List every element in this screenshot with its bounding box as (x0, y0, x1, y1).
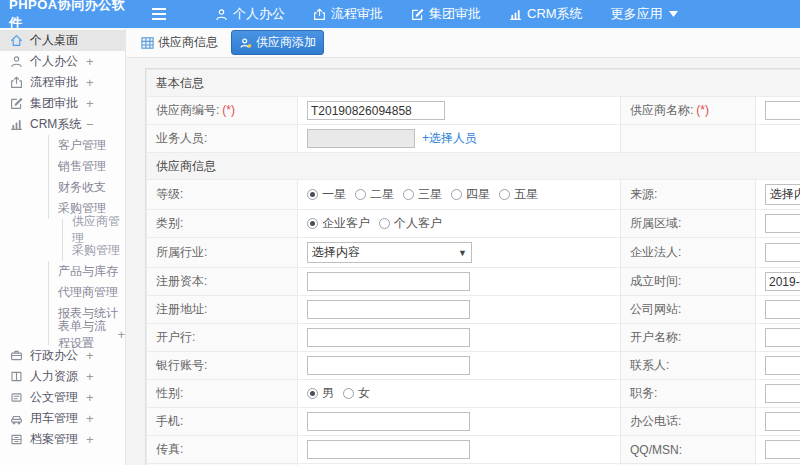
bar-chart-icon (10, 118, 23, 131)
registered-address-input[interactable] (307, 300, 470, 319)
sidebar-item-4[interactable]: CRM系统− (0, 114, 125, 135)
chevron-down-icon: ▼ (458, 248, 467, 258)
form-row: 供应商编号:(*)供应商名称:(*) (147, 97, 800, 125)
expand-toggle[interactable]: + (86, 432, 94, 447)
source-select[interactable]: 选择内容▼ (765, 184, 800, 205)
sidebar-item-19[interactable]: 档案管理+ (0, 429, 125, 450)
field-cell (756, 436, 800, 464)
field-cell (756, 238, 800, 268)
sidebar-item-1[interactable]: 个人办公+ (0, 51, 125, 72)
section-header-row: 供应商信息 (147, 153, 800, 180)
briefcase-icon (10, 349, 23, 362)
sidebar-item-0[interactable]: 个人桌面 (0, 30, 125, 51)
expand-toggle[interactable]: − (86, 117, 94, 132)
field-cell (298, 97, 621, 125)
gender-radio-0[interactable]: 男 (307, 385, 334, 402)
expand-toggle[interactable]: + (86, 369, 94, 384)
bank-account-input[interactable] (307, 356, 470, 375)
choose-person-link[interactable]: +选择人员 (422, 131, 477, 145)
sidebar-item-label: 档案管理 (30, 431, 78, 448)
form-row: 开户行:开户名称: (147, 324, 800, 352)
registered-capital-input[interactable] (307, 272, 470, 291)
category-radio-0[interactable]: 企业客户 (307, 215, 370, 232)
sidebar-item-label: 个人办公 (30, 53, 78, 70)
sidebar-item-10[interactable]: 采购管理 (62, 240, 125, 261)
expand-toggle[interactable]: + (86, 75, 94, 90)
topnav-item-2[interactable]: 集团审批 (411, 5, 481, 23)
category-radio-1[interactable]: 个人客户 (379, 215, 442, 232)
sidebar-item-label: 流程审批 (30, 74, 78, 91)
expand-toggle[interactable]: + (86, 96, 94, 111)
sidebar-item-11[interactable]: 产品与库存+ (48, 261, 125, 282)
tab-1[interactable]: 供应商添加 (231, 30, 324, 55)
expand-toggle[interactable]: + (117, 327, 125, 342)
sidebar-item-label: CRM系统 (30, 116, 81, 133)
topnav-item-3[interactable]: CRM系统 (509, 5, 583, 23)
job-title-input[interactable] (765, 384, 800, 403)
group-approval-icon (411, 8, 424, 21)
field-cell (756, 380, 800, 408)
sidebar-item-9[interactable]: 供应商管理 (62, 219, 125, 240)
account-name-input[interactable] (765, 328, 800, 347)
sidebar-item-label: 人力资源 (30, 368, 78, 385)
sidebar-item-7[interactable]: 财务收支+ (48, 177, 125, 198)
region-input[interactable] (765, 214, 800, 233)
supplier-name-input[interactable] (765, 101, 800, 120)
fax-input[interactable] (307, 440, 470, 459)
expand-toggle[interactable]: + (86, 390, 94, 405)
level-radio-4[interactable]: 五星 (499, 186, 538, 203)
field-label: 性别: (147, 380, 298, 408)
company-website-input[interactable] (765, 300, 800, 319)
radio-label: 五星 (514, 186, 538, 203)
sidebar-item-18[interactable]: 用车管理+ (0, 408, 125, 429)
gender-radio-1[interactable]: 女 (343, 385, 370, 402)
level-radio-3[interactable]: 四星 (451, 186, 490, 203)
sidebar-item-3[interactable]: 集团审批+ (0, 93, 125, 114)
field-cell (298, 268, 621, 296)
topnav-item-0[interactable]: 个人办公 (215, 5, 285, 23)
field-label: 等级: (147, 180, 298, 210)
business-person-input[interactable] (307, 129, 415, 148)
field-label: 所属区域: (621, 210, 756, 238)
sidebar-item-label: 客户管理 (58, 137, 106, 154)
sidebar-item-2[interactable]: 流程审批+ (0, 72, 125, 93)
industry-select[interactable]: 选择内容▼ (307, 242, 472, 263)
field-label: 注册资本: (147, 268, 298, 296)
sidebar-item-15[interactable]: 行政办公+ (0, 345, 125, 366)
field-label: 类别: (147, 210, 298, 238)
form-row: 业务人员:+选择人员 (147, 125, 800, 153)
menu-icon[interactable] (151, 5, 169, 23)
mobile-input[interactable] (307, 412, 470, 431)
radio-label: 企业客户 (322, 215, 370, 232)
contact-person-input[interactable] (765, 356, 800, 375)
sidebar-item-16[interactable]: 人力资源+ (0, 366, 125, 387)
office-phone-input[interactable] (765, 412, 800, 431)
supplier-code-input[interactable] (307, 101, 445, 120)
section-title: 基本信息 (147, 70, 800, 97)
level-radio-2[interactable]: 三星 (403, 186, 442, 203)
sidebar: 个人桌面个人办公+流程审批+集团审批+CRM系统−客户管理+销售管理+财务收支+… (0, 28, 126, 465)
sidebar-item-17[interactable]: 公文管理+ (0, 387, 125, 408)
qq-msn-input[interactable] (765, 440, 800, 459)
field-cell (756, 210, 800, 238)
topnav-item-1[interactable]: 流程审批 (313, 5, 383, 23)
tab-bar: 供应商信息供应商添加 (126, 28, 800, 58)
founded-date-input[interactable] (765, 272, 800, 291)
field-label: 职务: (621, 380, 756, 408)
expand-toggle[interactable]: + (86, 348, 94, 363)
bank-input[interactable] (307, 328, 470, 347)
level-radio-1[interactable]: 二星 (355, 186, 394, 203)
topnav-item-4[interactable]: 更多应用 (611, 5, 683, 23)
app-logo: PHPOA协同办公软件 (0, 0, 137, 32)
expand-toggle[interactable]: + (86, 54, 94, 69)
sidebar-item-label: 个人桌面 (30, 32, 78, 49)
level-radio-0[interactable]: 一星 (307, 186, 346, 203)
sidebar-item-12[interactable]: 代理商管理+ (48, 282, 125, 303)
form-row: 等级:一星二星三星四星五星来源:选择内容▼ (147, 180, 800, 210)
expand-toggle[interactable]: + (86, 411, 94, 426)
legal-person-input[interactable] (765, 243, 800, 262)
sidebar-item-6[interactable]: 销售管理+ (48, 156, 125, 177)
tab-0[interactable]: 供应商信息 (134, 31, 225, 54)
sidebar-item-14[interactable]: 表单与流程设置+ (48, 324, 125, 345)
sidebar-item-5[interactable]: 客户管理+ (48, 135, 125, 156)
